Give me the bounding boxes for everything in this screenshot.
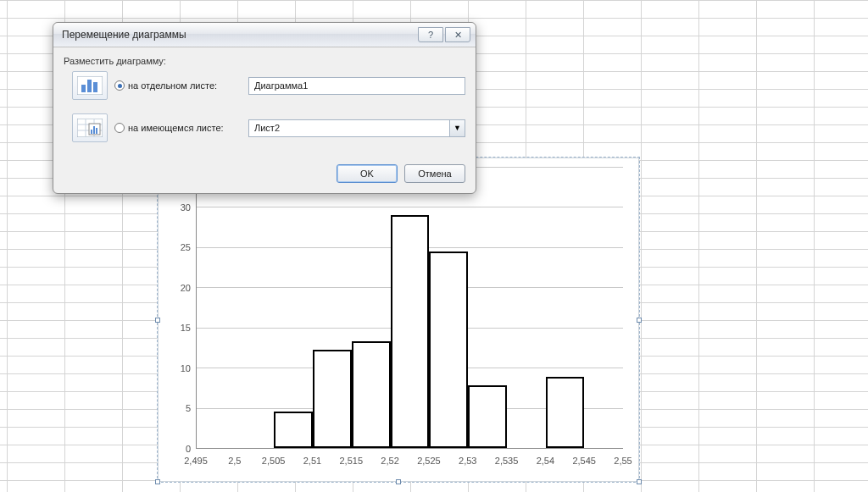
x-tick-label: 2,505 <box>262 456 286 466</box>
y-tick-label: 10 <box>164 363 191 373</box>
radio-label: на отдельном листе: <box>128 80 217 91</box>
ok-button[interactable]: OK <box>337 164 398 183</box>
resize-handle-bottom[interactable] <box>396 479 401 484</box>
y-tick-label: 20 <box>164 283 191 293</box>
plot-area <box>196 167 623 449</box>
dialog-body: Разместить диаграмму: на отдельном листе… <box>53 47 476 159</box>
cancel-button[interactable]: Отмена <box>404 164 465 183</box>
y-tick-label: 0 <box>164 444 191 454</box>
histogram-bar <box>274 412 313 448</box>
x-tick-label: 2,515 <box>340 456 364 466</box>
dialog-title: Перемещение диаграммы <box>62 29 416 41</box>
histogram-bar <box>429 252 468 448</box>
x-tick-label: 2,545 <box>572 456 596 466</box>
radio-existing-sheet[interactable]: на имеющемся листе: <box>114 123 242 133</box>
x-tick-label: 2,55 <box>614 456 632 466</box>
y-tick-label: 30 <box>164 202 191 213</box>
resize-handle-left[interactable] <box>155 318 160 323</box>
move-chart-dialog: Перемещение диаграммы ? ✕ Разместить диа… <box>53 22 476 194</box>
existing-sheet-chart-icon <box>72 113 108 142</box>
dialog-buttons: OK Отмена <box>53 159 476 193</box>
existing-sheet-select[interactable] <box>248 119 465 137</box>
radio-label: на имеющемся листе: <box>128 123 224 133</box>
y-tick-label: 5 <box>164 403 191 413</box>
help-icon: ? <box>428 30 433 40</box>
resize-handle-bottom-right[interactable] <box>637 479 642 484</box>
existing-sheet-combo[interactable]: ▼ <box>248 119 465 137</box>
y-axis: 05101520253035 <box>164 167 196 449</box>
svg-rect-11 <box>93 126 95 134</box>
gridline <box>197 207 623 207</box>
x-tick-label: 2,495 <box>184 456 208 466</box>
radio-icon <box>114 123 125 133</box>
x-tick-label: 2,535 <box>495 456 519 466</box>
combo-button[interactable]: ▼ <box>449 120 465 136</box>
new-sheet-name-input[interactable] <box>248 77 465 95</box>
histogram-bar <box>468 385 507 448</box>
help-button[interactable]: ? <box>418 27 443 42</box>
radio-new-sheet[interactable]: на отдельном листе: <box>114 80 242 91</box>
x-axis: 2,4952,52,5052,512,5152,522,5252,532,535… <box>196 452 623 473</box>
chart-object[interactable]: 05101520253035 2,4952,52,5052,512,5152,5… <box>158 158 639 482</box>
svg-rect-10 <box>91 130 92 134</box>
group-label: Разместить диаграмму: <box>64 56 465 66</box>
option-new-sheet-row: на отдельном листе: <box>72 71 465 100</box>
x-tick-label: 2,51 <box>303 456 321 466</box>
resize-handle-bottom-left[interactable] <box>155 479 160 484</box>
svg-rect-12 <box>96 128 97 134</box>
resize-handle-right[interactable] <box>637 318 642 323</box>
chart-plot: 05101520253035 2,4952,52,5052,512,5152,5… <box>164 167 623 473</box>
x-tick-label: 2,54 <box>537 456 554 466</box>
dialog-titlebar[interactable]: Перемещение диаграммы ? ✕ <box>53 23 476 47</box>
histogram-bar <box>546 377 585 448</box>
radio-icon <box>114 80 125 91</box>
close-button[interactable]: ✕ <box>445 27 470 42</box>
y-tick-label: 15 <box>164 323 191 333</box>
cancel-label: Отмена <box>418 169 451 179</box>
histogram-bar <box>352 341 391 448</box>
x-tick-label: 2,525 <box>417 456 441 466</box>
x-tick-label: 2,5 <box>228 456 241 466</box>
new-sheet-chart-icon <box>72 71 108 100</box>
x-tick-label: 2,52 <box>381 456 398 466</box>
y-tick-label: 25 <box>164 242 191 252</box>
close-icon: ✕ <box>454 30 462 41</box>
chevron-down-icon: ▼ <box>453 124 461 132</box>
histogram-bar <box>391 215 430 448</box>
ok-label: OK <box>360 169 374 179</box>
option-existing-sheet-row: на имеющемся листе: ▼ <box>72 113 465 142</box>
svg-rect-1 <box>81 85 86 92</box>
x-tick-label: 2,53 <box>459 456 476 466</box>
svg-rect-3 <box>93 82 97 92</box>
histogram-bar <box>313 350 352 448</box>
svg-rect-2 <box>87 80 92 92</box>
